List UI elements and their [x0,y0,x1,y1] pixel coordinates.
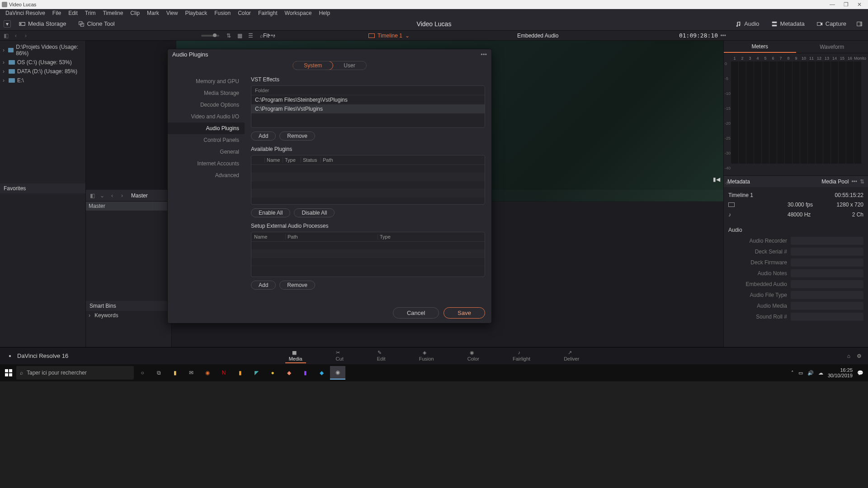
viewer-more-icon[interactable]: ••• [720,33,726,39]
tray-volume-icon[interactable]: 🔊 [807,370,814,376]
page-cut[interactable]: ✂Cut [332,349,347,363]
folder-row[interactable]: C:\Program Files\Steinberg\VstPlugins [251,95,485,104]
table-row[interactable] [251,165,485,173]
page-fusion[interactable]: ◈Fusion [415,349,438,363]
menu-fusion[interactable]: Fusion [211,10,234,16]
grid-view-icon[interactable]: ▦ [236,32,244,40]
page-color[interactable]: ◉Color [464,349,483,363]
prefs-nav-control-panels[interactable]: Control Panels [168,134,245,146]
menu-mark[interactable]: Mark [143,10,163,16]
prefs-nav-advanced[interactable]: Advanced [168,169,245,181]
metadata-more-icon[interactable]: ••• [851,178,857,185]
app-icon-1[interactable]: ◆ [281,366,297,380]
add-process-button[interactable]: Add [251,281,276,290]
remove-folder-button[interactable]: Remove [279,131,315,141]
drive-item[interactable]: ›D:\Projets Videos (Usage: 86%) [0,42,85,58]
menu-trim[interactable]: Trim [81,10,99,16]
notifications-icon[interactable]: 💬 [857,370,863,376]
taskbar-clock[interactable]: 16:25 30/10/2019 [828,367,853,378]
sort-icon[interactable]: ⇅ [225,32,233,40]
bin-master-item[interactable]: Master [86,202,171,211]
audio-field-input[interactable] [791,269,863,277]
audio-field-input[interactable] [791,237,863,245]
audio-field-input[interactable] [791,291,863,299]
netflix-icon[interactable]: N [216,366,231,380]
menu-workspace[interactable]: Workspace [281,10,316,16]
audio-panel-button[interactable]: Audio [731,19,763,28]
folder-row[interactable]: C:\Program Files\VstPlugins [251,104,485,113]
menu-view[interactable]: View [163,10,182,16]
app-icon-2[interactable]: ◆ [314,366,329,380]
tab-system[interactable]: System [292,61,333,70]
tab-user[interactable]: User [333,61,366,70]
remove-process-button[interactable]: Remove [279,281,315,290]
prefs-nav-media-storage[interactable]: Media Storage [168,87,245,99]
inspector-button[interactable] [854,20,864,28]
page-media[interactable]: ▦Media [285,349,306,363]
coin-icon[interactable]: ● [265,366,280,380]
table-row[interactable] [251,173,485,181]
menu-color[interactable]: Color [234,10,255,16]
audio-field-input[interactable] [791,302,863,310]
layout-dropdown[interactable]: ▾ [4,20,11,28]
firefox-icon[interactable]: ◉ [200,366,215,380]
dialog-more-icon[interactable]: ••• [481,51,487,58]
bin-forward-button[interactable]: › [118,192,126,199]
menu-help[interactable]: Help [315,10,334,16]
table-row[interactable] [251,242,485,250]
zoom-fit-dropdown[interactable]: Fit⌄ [263,33,276,39]
explorer-icon[interactable]: ▮ [167,366,183,380]
prefs-nav-audio-plugins[interactable]: Audio Plugins [168,122,245,134]
twitch-icon[interactable]: ▮ [297,366,313,380]
menu-davinci-resolve[interactable]: DaVinci Resolve [2,10,49,16]
resolve-taskbar-icon[interactable]: ◉ [330,366,345,380]
mail-icon[interactable]: ✉ [184,366,199,380]
minimize-button[interactable]: — [826,1,839,8]
tray-cloud-icon[interactable]: ☁ [818,370,823,376]
taskview-icon[interactable]: ⧉ [151,366,166,380]
tab-meters[interactable]: Meters [724,41,796,53]
tray-display-icon[interactable]: ▭ [798,370,803,376]
thumb-size-slider[interactable] [201,35,219,37]
cortana-icon[interactable]: ○ [135,366,150,380]
prefs-nav-decode-options[interactable]: Decode Options [168,99,245,111]
save-button[interactable]: Save [443,307,485,319]
bin-dropdown-icon[interactable]: ⌄ [99,192,106,199]
capture-button[interactable]: Capture [813,19,850,28]
table-row[interactable] [251,181,485,189]
audio-field-input[interactable] [791,313,863,321]
start-button[interactable] [2,366,15,380]
home-icon[interactable]: ⌂ [847,353,850,359]
table-row[interactable] [251,189,485,197]
drive-item[interactable]: ›DATA (D:\) (Usage: 85%) [0,67,85,76]
disable-all-button[interactable]: Disable All [294,208,335,217]
table-row[interactable] [251,258,485,266]
enable-all-button[interactable]: Enable All [251,208,290,217]
metadata-sort-icon[interactable]: ⇅ [860,178,864,185]
clone-tool-button[interactable]: Clone Tool [75,19,118,28]
panel-toggle-icon[interactable]: ◧ [2,32,10,40]
cancel-button[interactable]: Cancel [393,307,439,319]
bin-panel-icon[interactable]: ◧ [89,192,96,199]
menu-timeline[interactable]: Timeline [99,10,127,16]
drive-item[interactable]: ›E:\ [0,76,85,85]
sublime-icon[interactable]: ▮ [232,366,248,380]
nav-forward-button[interactable]: › [22,32,30,40]
dolphin-icon[interactable]: ◤ [249,366,264,380]
nav-back-button[interactable]: ‹ [12,32,20,40]
taskbar-search[interactable]: ⌕ Taper ici pour rechercher [16,366,134,380]
page-deliver[interactable]: ↗Deliver [560,349,583,363]
prefs-nav-video-and-audio-i-o[interactable]: Video and Audio I/O [168,111,245,122]
settings-gear-icon[interactable]: ⚙ [857,353,862,359]
tray-chevron-icon[interactable]: ˄ [791,370,794,376]
maximize-button[interactable]: ❐ [839,1,853,8]
add-folder-button[interactable]: Add [251,131,276,141]
drive-item[interactable]: ›OS (C:\) (Usage: 53%) [0,58,85,67]
timeline-dropdown[interactable]: Timeline 1 ⌄ [368,33,410,39]
menu-clip[interactable]: Clip [127,10,143,16]
close-button[interactable]: ✕ [853,1,866,8]
list-view-icon[interactable]: ☰ [246,32,255,40]
prefs-nav-memory-and-gpu[interactable]: Memory and GPU [168,75,245,87]
prefs-nav-internet-accounts[interactable]: Internet Accounts [168,158,245,169]
keywords-item[interactable]: ›Keywords [86,311,171,320]
